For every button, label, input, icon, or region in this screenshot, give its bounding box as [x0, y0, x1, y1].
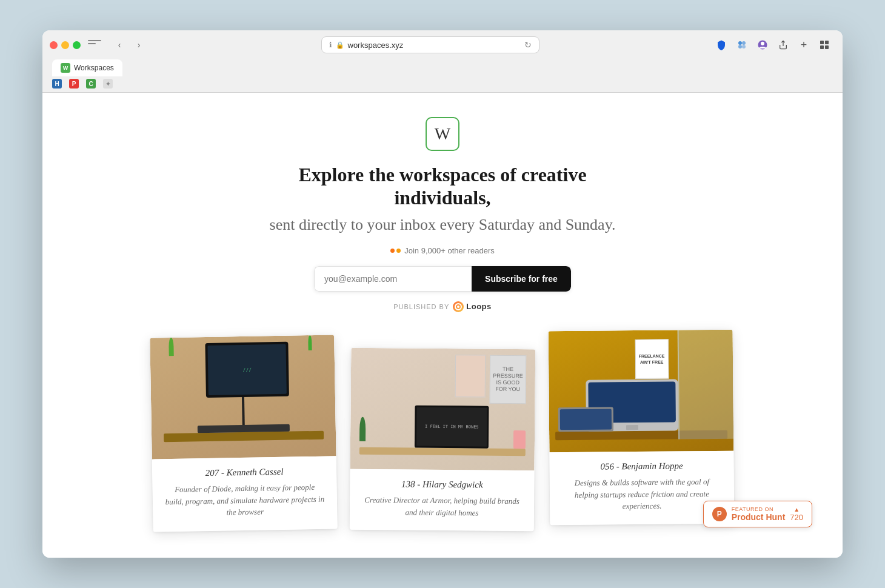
- bookmark-cloud[interactable]: C: [86, 79, 96, 89]
- svg-rect-9: [825, 45, 829, 49]
- bookmark-favicon-star: ✦: [103, 79, 113, 89]
- card-desc-2: Creative Director at Armor, helping buil…: [362, 494, 522, 519]
- svg-point-5: [761, 42, 764, 45]
- card-title-1: 207 - Kenneth Cassel: [164, 466, 324, 479]
- svg-point-0: [738, 41, 742, 45]
- new-tab-icon[interactable]: +: [795, 36, 812, 53]
- info-icon: ℹ: [329, 41, 332, 49]
- minimize-button[interactable]: [61, 41, 69, 49]
- profile-icon[interactable]: [754, 36, 771, 53]
- reload-icon[interactable]: ↻: [524, 40, 532, 50]
- url-text: workspaces.xyz: [348, 41, 404, 50]
- logo-letter: W: [435, 124, 450, 144]
- ph-vote-count: 720: [790, 513, 803, 522]
- monitor-main-1: ///: [205, 341, 289, 397]
- card-image-1: ///: [150, 335, 336, 459]
- plant-3: [356, 417, 369, 447]
- svg-point-2: [738, 45, 742, 48]
- readers-count: Join 9,000+ other readers: [390, 246, 495, 255]
- plant-1: [162, 338, 181, 362]
- card-1[interactable]: /// 207 - Kenneth Cassel: [150, 335, 338, 532]
- published-by: PUBLISHED BY Loops: [393, 301, 492, 312]
- grid-icon[interactable]: [816, 36, 833, 53]
- browser-nav: ‹ ›: [111, 36, 147, 53]
- ph-text: FEATURED ON Product Hunt: [732, 506, 786, 522]
- page-content: W Explore the workspaces of creative ind…: [42, 93, 843, 558]
- item-1: [513, 430, 526, 449]
- plant-2: [304, 335, 316, 356]
- svg-rect-7: [825, 41, 829, 44]
- dot-1: [390, 249, 395, 253]
- bookmark-favicon-cloud: C: [86, 79, 96, 89]
- email-input[interactable]: [314, 266, 472, 292]
- product-hunt-badge[interactable]: P FEATURED ON Product Hunt ▲ 720: [703, 501, 812, 527]
- published-label: PUBLISHED BY: [393, 303, 449, 310]
- partition: [677, 329, 733, 439]
- dot-2: [396, 249, 401, 253]
- ph-arrow-icon: ▲: [793, 506, 800, 513]
- tab-bar: W Workspaces: [42, 59, 843, 76]
- svg-rect-8: [820, 45, 824, 49]
- readers-label: Join 9,000+ other readers: [404, 246, 495, 255]
- svg-point-11: [457, 306, 459, 308]
- traffic-lights: [50, 41, 81, 49]
- subscribe-button[interactable]: Subscribe for free: [472, 266, 571, 292]
- address-bar-container: ℹ 🔒 workspaces.xyz ↻: [152, 36, 708, 53]
- toolbar-right: +: [713, 36, 833, 53]
- desk-1: [164, 430, 324, 442]
- lock-icon: 🔒: [336, 41, 344, 49]
- card-desc-3: Designs & builds software with the goal …: [562, 476, 723, 513]
- forward-button[interactable]: ›: [130, 36, 147, 53]
- bitwarden-icon[interactable]: [713, 36, 730, 53]
- card-image-3: FREELANCE AIN'T FREE: [549, 329, 734, 452]
- card-title-2: 138 - Hilary Sedgwick: [362, 479, 522, 490]
- hero-title: Explore the workspaces of creative indiv…: [261, 163, 624, 210]
- loops-logo: Loops: [453, 301, 492, 312]
- ph-logo-icon: P: [712, 507, 727, 521]
- subscribe-form: Subscribe for free: [314, 266, 571, 292]
- maximize-button[interactable]: [73, 41, 81, 49]
- laptop-3: [558, 407, 614, 432]
- bookmarks-bar: H P C ✦: [42, 76, 843, 92]
- share-icon[interactable]: [775, 36, 792, 53]
- sidebar-toggle[interactable]: [88, 40, 101, 50]
- tab-favicon: W: [61, 63, 70, 73]
- card-body-2: 138 - Hilary Sedgwick Creative Director …: [350, 469, 535, 531]
- site-logo: W: [426, 117, 459, 151]
- extension-icon[interactable]: [733, 36, 750, 53]
- desk-2: [359, 447, 526, 456]
- svg-point-3: [742, 45, 746, 48]
- ph-name: Product Hunt: [732, 512, 786, 522]
- keyboard-1: [198, 424, 290, 433]
- bookmark-favicon-h: H: [52, 79, 62, 89]
- hero-section: Explore the workspaces of creative indiv…: [261, 163, 624, 234]
- ph-featured-label: FEATURED ON: [732, 506, 786, 512]
- browser-window: ‹ › ℹ 🔒 workspaces.xyz ↻: [42, 30, 843, 558]
- browser-titlebar: ‹ › ℹ 🔒 workspaces.xyz ↻: [42, 30, 843, 59]
- tab-title: Workspaces: [74, 64, 114, 72]
- monitor-2: I FEEL IT IN MY BONES: [415, 405, 489, 448]
- ph-icon-letter: P: [717, 510, 722, 518]
- active-tab[interactable]: W Workspaces: [52, 59, 122, 76]
- card-3[interactable]: FREELANCE AIN'T FREE 056 - Benjamin Hopp…: [549, 329, 735, 524]
- address-bar[interactable]: ℹ 🔒 workspaces.xyz ↻: [321, 36, 539, 53]
- loops-text: Loops: [466, 302, 492, 311]
- close-button[interactable]: [50, 41, 58, 49]
- loops-icon: [453, 301, 464, 312]
- svg-point-1: [742, 41, 746, 45]
- bookmark-h[interactable]: H: [52, 79, 62, 89]
- svg-rect-6: [820, 41, 824, 44]
- cards-container: /// 207 - Kenneth Cassel: [139, 336, 746, 530]
- card-image-2: THE PRESSURE IS GOOD FOR YOU I FEEL IT I…: [350, 347, 536, 470]
- back-button[interactable]: ‹: [111, 36, 128, 53]
- logo-container: W: [426, 117, 459, 151]
- bookmark-pocket[interactable]: P: [69, 79, 79, 89]
- card-body-1: 207 - Kenneth Cassel Founder of Diode, m…: [152, 456, 338, 532]
- ph-votes: ▲ 720: [790, 506, 803, 522]
- bookmark-star[interactable]: ✦: [103, 79, 113, 89]
- card-2[interactable]: THE PRESSURE IS GOOD FOR YOU I FEEL IT I…: [350, 347, 536, 531]
- card-desc-1: Founder of Diode, making it easy for peo…: [164, 481, 325, 519]
- hero-subtitle: sent directly to your inbox every Saturd…: [261, 216, 624, 234]
- browser-chrome: ‹ › ℹ 🔒 workspaces.xyz ↻: [42, 30, 843, 93]
- reader-dots: [390, 249, 401, 253]
